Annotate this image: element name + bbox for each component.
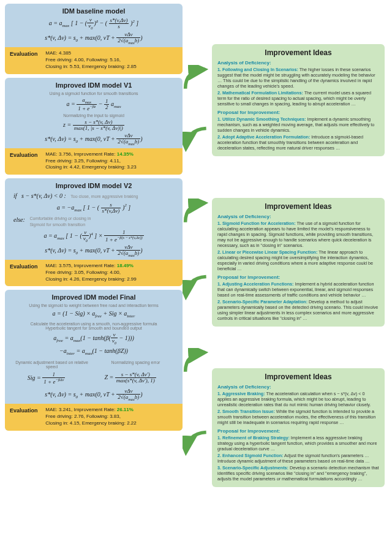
improvement-box-1: Improvement IdeasAnalysis of Deficiency:… xyxy=(212,44,385,156)
formula: s*(v, Δv) = s0 + max(0, vT + vΔv2√(amaxb… xyxy=(10,32,178,45)
analysis-item: 2. Mathematical Formulation Limitations:… xyxy=(217,90,379,107)
formula-note: Using a sigmoid function for smooth tran… xyxy=(10,91,178,96)
improvement-rate: 26.11% xyxy=(117,407,134,412)
formula: −ainter = amax(1 − tanh(βZ)) xyxy=(10,347,178,357)
analysis-item: 1. Following and Closing In Scenarios: T… xyxy=(217,67,379,89)
eval-line: MAE: 3.241, Improvement Rate: xyxy=(45,407,117,412)
proposal-head: Proposal for Improvement: xyxy=(217,428,379,434)
improvement-box-2: Improvement IdeasAnalysis of Deficiency:… xyxy=(212,198,385,327)
eval-label: Evaluation xyxy=(10,50,44,58)
formula: else: Comfortable driving or closing in … xyxy=(10,216,178,228)
eval-box: Evaluation MAE: 3.241, Improvement Rate:… xyxy=(5,404,183,430)
improvement-title: Improvement Ideas xyxy=(217,48,379,58)
proposal-item: 3. Scenario-Specific Adjustments: Develo… xyxy=(217,465,379,482)
proposal-item: 2. Scenario-Specific Parameter Adaptatio… xyxy=(217,299,379,321)
formula-row: Sig = 11 + e−βΔv Z = s − s*(v, Δv′)max(s… xyxy=(10,370,178,387)
proposal-head: Proposal for Improvement: xyxy=(217,110,379,116)
eval-line: MAE: 3.575, Improvement Rate: xyxy=(45,263,117,268)
model-title: Improved IDM model V2 xyxy=(10,182,178,189)
model-title: Improved IDM model Final xyxy=(10,293,178,301)
proposal-item: 1. Utilize Dynamic Smoothing Techniques:… xyxy=(217,116,379,133)
proposal-item: 2. Enhanced Sigmoid Function: Adjust the… xyxy=(217,453,379,464)
analysis-item: 1. Aggressive Braking: The acceleration … xyxy=(217,391,379,407)
formula-right: Z = s − s*(v, Δv′)max(s*(v, Δv′), 1) xyxy=(84,372,176,385)
model-final: Improved IDM model Final Using the sigmo… xyxy=(5,290,183,430)
eval-box: Evaluation MAE: 4.385 Free driving: 4.00… xyxy=(5,47,183,74)
arrow-icon xyxy=(183,273,211,301)
improvement-title: Improvement Ideas xyxy=(217,373,379,382)
eval-rest: Free driving: 3.25, Following: 4.11, Clo… xyxy=(45,158,137,170)
arrow-icon xyxy=(183,199,211,227)
proposal-item: 2. Adopt Adaptive Acceleration Formulati… xyxy=(217,134,379,151)
inline-note: Comfortable driving or closing in Sigmoi… xyxy=(29,216,91,228)
formula: afree = amax(1 − tanh(β(vv0 − 1))) xyxy=(10,332,178,345)
formula: s*(v, Δv) = s0 + max(0, vT + vΔv2√(amaxb… xyxy=(10,244,178,257)
eval-line: MAE: 3.756, Improvement Rate: xyxy=(45,151,117,157)
eval-content: MAE: 3.756, Improvement Rate: 14.35% Fre… xyxy=(45,151,174,171)
formula-note: Normalizing the input to sigmoid xyxy=(10,113,178,118)
formula-note: Calculate the acceleration using a smoot… xyxy=(10,322,178,330)
eval-label: Evaluation xyxy=(10,407,44,414)
arrow-icon xyxy=(183,125,211,153)
improvement-rate: 18.49% xyxy=(117,263,134,268)
eval-rest: Free driving: 2.76, Following: 3.83, Clo… xyxy=(45,414,137,426)
proposal-item: 1. Adjusting Acceleration Functions: Imp… xyxy=(217,281,379,298)
eval-box: Evaluation MAE: 3.756, Improvement Rate:… xyxy=(5,148,183,175)
eval-content: MAE: 3.241, Improvement Rate: 26.11% Fre… xyxy=(45,407,174,426)
arrow-icon xyxy=(183,429,211,457)
arrow-icon xyxy=(183,65,211,93)
arrow-icon xyxy=(183,348,211,376)
formula: s*(v, Δv) = s0 + max(0, vT + vΔv2√(amaxb… xyxy=(10,388,178,401)
model-title: Improved IDM model V1 xyxy=(10,81,178,89)
eval-box: Evaluation MAE: 3.575, Improvement Rate:… xyxy=(5,260,183,286)
analysis-head: Analysis of Deficiency: xyxy=(217,384,379,390)
formula-note: Using the sigmoid to weight between free… xyxy=(10,303,178,308)
inline-note: Too close, more aggressive braking xyxy=(70,194,138,199)
formula: a = −amax [ 1 − ( ss*(v,Δv) )2 ] xyxy=(10,202,178,214)
eval-content: MAE: 4.385 Free driving: 4.00, Following… xyxy=(45,50,174,70)
model-v1: Improved IDM model V1 Using a sigmoid fu… xyxy=(5,78,183,175)
improvement-title: Improvement Ideas xyxy=(217,202,379,211)
analysis-head: Analysis of Deficiency: xyxy=(217,214,379,220)
formula: z = s − s*(v, Δv)max(1, |s − s*(v, Δv)|) xyxy=(10,119,178,131)
formula: a = amax [ 1 − (vv0)4 ] × 11 + e−β(s − s… xyxy=(10,230,178,243)
formula: a = (1 − Sig) × afree + Sig × ainter xyxy=(10,309,178,320)
eval-label: Evaluation xyxy=(10,263,44,270)
formula: s*(v, Δv) = s0 + max(0, vT + vΔv2√(amaxb… xyxy=(10,133,178,146)
model-baseline: IDM baseline model a = amax [ 1 − (vv0)δ… xyxy=(5,4,183,74)
improvement-rate: 14.35% xyxy=(117,151,134,157)
proposal-head: Proposal for Improvement: xyxy=(217,274,379,281)
eval-label: Evaluation xyxy=(10,151,44,159)
models-column: IDM baseline model a = amax [ 1 − (vv0)δ… xyxy=(5,4,183,434)
analysis-item: 1. Sigmoid Function for Acceleration: Th… xyxy=(217,221,379,248)
formula-left: Sig = 11 + e−βΔv xyxy=(11,372,81,385)
eval-rest: Free driving: 3.05, Following: 4.00, Clo… xyxy=(45,270,137,282)
note-right: Normalizing spacing error xyxy=(98,360,173,369)
model-title: IDM baseline model xyxy=(10,7,178,15)
note-left: Dynamic adjustment based on relative spe… xyxy=(14,360,89,369)
formula: a = amax [ 1 − (vv0)δ − ( s*(v,Δv)s )2 ] xyxy=(10,17,178,30)
improvements-column: Improvement IdeasAnalysis of Deficiency:… xyxy=(212,44,385,493)
analysis-head: Analysis of Deficiency: xyxy=(217,60,379,66)
eval-content: MAE: 3.575, Improvement Rate: 18.49% Fre… xyxy=(45,263,174,282)
analysis-item: 2. Smooth Transition Issue: While the si… xyxy=(217,409,379,425)
model-v2: Improved IDM model V2 if s − s*(v, Δv) <… xyxy=(5,178,183,286)
proposal-item: 1. Refinement of Braking Strategy: Imple… xyxy=(217,435,379,452)
formula: if s − s*(v, Δv) < 0 : Too close, more a… xyxy=(10,192,178,200)
analysis-item: 2. Linear or Piecewise Linear Spacing Fu… xyxy=(217,249,379,271)
note-row: Dynamic adjustment based on relative spe… xyxy=(10,359,178,370)
improvement-box-3: Improvement IdeasAnalysis of Deficiency:… xyxy=(212,368,385,487)
formula: a = amax1 + e−βz − 12 amax xyxy=(10,97,178,112)
